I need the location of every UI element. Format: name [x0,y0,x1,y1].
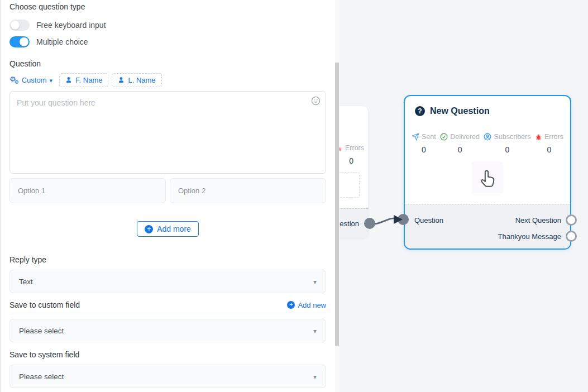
node-header: New Question [405,96,570,116]
save-custom-field-value: Please select [19,327,64,335]
new-question-node[interactable]: New Question Sent 0 Delivered 0 Subscrib… [404,95,571,250]
stat-errors-value: 0 [535,145,563,154]
last-name-button-label: L. Name [128,76,155,84]
question-text-input[interactable] [9,91,326,174]
add-more-button[interactable]: Add more [137,221,199,237]
reply-type-label: Reply type [9,255,326,264]
node-title: New Question [430,106,490,116]
panel-scrollbar-track[interactable] [335,0,340,392]
person-icon [65,77,72,83]
input-port-label: Question [414,216,443,224]
reply-type-value: Text [19,278,33,286]
stat-sent: Sent 0 [412,133,436,154]
send-icon [412,133,419,141]
partial-errors-label: Errors [345,144,364,152]
chevron-down-icon [313,372,317,381]
add-more-wrap: Add more [9,221,326,237]
stat-delivered: Delivered 0 [440,133,480,154]
source-port-dot[interactable] [364,218,375,229]
save-system-field-value: Please select [19,372,64,381]
free-keyboard-toggle-row: Free keyboard input [9,20,326,31]
save-custom-field-row: Save to custom field Add new [9,300,326,313]
multiple-choice-label: Multiple choice [36,37,88,46]
partial-errors-value: 0 [349,156,353,165]
first-name-variable-button[interactable]: F. Name [59,73,108,87]
output-port-next-question[interactable] [566,214,577,226]
question-textarea-wrap [9,91,326,175]
option-1-input[interactable] [9,178,166,203]
option-2-input[interactable] [170,178,326,203]
chevron-down-icon [313,278,317,286]
reply-type-select[interactable]: Text [9,270,326,293]
free-keyboard-input-toggle[interactable] [9,20,30,31]
save-system-field-label: Save to system field [9,350,326,359]
panel-scrollbar-thumb[interactable] [335,63,339,346]
toggle-knob [11,21,20,30]
node-stats-row: Sent 0 Delivered 0 Subscribers 0 Errors … [405,133,570,154]
choose-question-type-label: Choose question type [9,2,326,11]
output-port-thankyou[interactable] [566,231,577,242]
emoji-picker-icon[interactable] [311,96,321,106]
question-settings-panel: Choose question type Free keyboard input… [0,0,335,392]
chevron-down-icon [50,76,53,84]
plus-circle-icon [145,225,153,233]
save-custom-field-select[interactable]: Please select [9,319,326,342]
check-circle-icon [440,133,448,141]
plus-circle-icon [287,301,295,309]
stat-errors: Errors 0 [535,133,563,154]
toggle-knob [20,37,28,46]
question-circle-icon [415,106,425,116]
hand-pointer-cursor-icon [476,166,499,189]
add-more-label: Add more [157,224,191,233]
cursor-highlight [472,162,503,193]
output-port-label-thankyou: Thankyou Message [498,232,561,241]
answer-options-row [9,178,326,203]
custom-button-label: Custom [22,76,47,84]
save-custom-field-label: Save to custom field [9,300,80,309]
add-new-custom-field-link[interactable]: Add new [287,301,326,309]
first-name-button-label: F. Name [75,76,102,84]
stat-sent-value: 0 [412,145,436,154]
multiple-choice-toggle[interactable] [9,36,30,47]
chevron-down-icon [313,327,317,335]
add-new-label: Add new [298,301,326,309]
question-section-label: Question [9,59,326,68]
last-name-variable-button[interactable]: L. Name [112,73,161,87]
free-keyboard-input-label: Free keyboard input [36,21,106,30]
node-ports-footer: Question Next Question Thankyou Message [405,204,570,248]
subscriber-icon [484,133,491,141]
output-port-label-next-question: Next Question [515,216,561,224]
custom-variable-dropdown-button[interactable]: Custom [9,73,56,87]
variable-buttons-row: Custom F. Name L. Name [9,73,326,87]
flow-builder-screen: { "left_panel": { "choose_question_type_… [0,0,588,392]
gears-icon [9,75,19,85]
stat-delivered-value: 0 [440,145,480,154]
person-icon [118,77,125,83]
multiple-choice-toggle-row: Multiple choice [9,36,326,47]
stat-subscribers-value: 0 [484,145,530,154]
bug-icon [535,133,542,141]
flow-edge [362,210,413,230]
save-system-field-select[interactable]: Please select [9,365,326,388]
stat-subscribers: Subscribers 0 [484,133,530,154]
